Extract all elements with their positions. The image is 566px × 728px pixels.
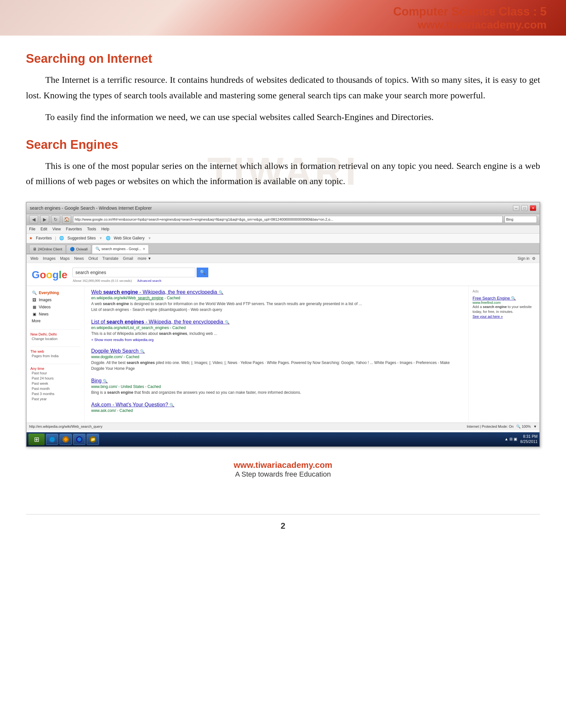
status-url: http://en.wikipedia.org/wiki/Web_search_… <box>29 425 103 428</box>
tab-search-engines[interactable]: 🔍 search engines - Googl... ✕ <box>92 245 149 254</box>
past-week[interactable]: Past week <box>30 381 81 386</box>
tab-close-icon[interactable]: ✕ <box>143 247 145 251</box>
images-icon: 🖼 <box>32 297 37 303</box>
nav-maps[interactable]: Maps <box>60 256 70 261</box>
result-count: About 162,000,000 results (0.11 seconds) <box>72 279 132 282</box>
bing-search[interactable]: Bing <box>505 216 537 223</box>
menu-tools[interactable]: Tools <box>87 227 96 231</box>
location-label[interactable]: New Delhi, Delhi <box>30 332 81 336</box>
start-button[interactable]: ⊞ <box>28 434 45 445</box>
web-section: The web Pages from India <box>30 349 81 358</box>
see-your-ad[interactable]: See your ad here » <box>472 314 536 318</box>
zoom-chevron: ▼ <box>533 425 537 428</box>
page-number: 2 <box>0 521 566 531</box>
the-web-label[interactable]: The web <box>30 349 81 353</box>
google-main: 🔍 Everything 🖼 Images ▦ Videos <box>27 286 539 423</box>
tab-24online-icon: 🖥 <box>33 247 37 251</box>
refresh-btn[interactable]: ↻ <box>51 215 60 224</box>
sidebar-news[interactable]: ▣ News <box>30 311 81 318</box>
past-24hours[interactable]: Past 24 hours <box>30 376 81 381</box>
past-hour[interactable]: Past hour <box>30 370 81 376</box>
show-more-wikipedia[interactable]: Show more results from wikipedia.org <box>91 338 462 342</box>
footer-tagline: A Step towards free Education <box>26 470 540 479</box>
sidebar-more[interactable]: More <box>30 318 81 324</box>
header: Computer Science Class : 5 www.tiwariaca… <box>0 0 566 36</box>
taskbar-browser2[interactable]: 🔵 <box>73 434 85 445</box>
google-signin[interactable]: Sign in ⚙ <box>517 256 536 261</box>
result-1-title[interactable]: Web search engine - Wikipedia, the free … <box>91 289 462 295</box>
videos-label: Videos <box>39 305 50 309</box>
forward-btn[interactable]: ▶ <box>40 215 49 224</box>
nav-news[interactable]: News <box>74 256 84 261</box>
google-search-input[interactable]: search engines <box>72 268 195 277</box>
browser-controls: – □ ✕ <box>513 205 536 211</box>
taskbar-sys: ▲ ⊞ ▣ <box>503 437 519 442</box>
menu-file[interactable]: File <box>29 227 35 231</box>
nav-orkut[interactable]: Orkut <box>88 256 98 261</box>
browser2-icon: 🔵 <box>76 436 83 443</box>
sidebar-images[interactable]: 🖼 Images <box>30 296 81 303</box>
menu-help[interactable]: Help <box>101 227 109 231</box>
web-slice[interactable]: Web Slice Gallery <box>114 236 145 240</box>
result-2-title[interactable]: List of search engines - Wikipedia, the … <box>91 319 462 325</box>
nav-gmail[interactable]: Gmail <box>123 256 133 261</box>
nav-more[interactable]: more ▼ <box>138 256 151 261</box>
menu-favorites[interactable]: Favorites <box>66 227 82 231</box>
section2-para1: This is one of the most popular series o… <box>26 158 540 189</box>
maximize-btn[interactable]: □ <box>521 205 528 211</box>
nav-translate[interactable]: Translate <box>103 256 119 261</box>
back-btn[interactable]: ◀ <box>29 215 38 224</box>
past-year[interactable]: Past year <box>30 396 81 402</box>
past-3months[interactable]: Past 3 months <box>30 391 81 396</box>
any-time-label[interactable]: Any time <box>30 367 81 370</box>
google-search-btn[interactable]: 🔍 <box>197 268 208 277</box>
webslice-icon: 🌐 <box>106 236 111 240</box>
page-footer: www.tiwariacademy.com A Step towards fre… <box>26 447 540 488</box>
result-2: List of search engines - Wikipedia, the … <box>91 319 462 342</box>
ad-1-title[interactable]: Free Search Engine 🔍 <box>472 296 536 301</box>
clock-date: 8/25/2011 <box>520 439 538 445</box>
home-btn[interactable]: 🏠 <box>62 215 71 224</box>
sidebar-videos[interactable]: ▦ Videos <box>30 303 81 311</box>
nav-images[interactable]: Images <box>43 256 55 261</box>
address-input[interactable]: http://www.google.co.in/#hl=en&source=hp… <box>73 216 503 223</box>
section1-heading: Searching on Internet <box>26 52 540 66</box>
tab-oxiwall[interactable]: 🔵 Oxiwall <box>66 245 91 254</box>
change-location[interactable]: Change location <box>30 336 81 341</box>
advanced-search-link[interactable]: Advanced search <box>137 279 161 282</box>
minimize-btn[interactable]: – <box>513 205 519 211</box>
menu-view[interactable]: View <box>52 227 61 231</box>
google-page: Web Images Maps News Orkut Translate Gma… <box>27 254 539 430</box>
everything-icon: 🔍 <box>32 290 37 295</box>
result-5: Ask.com - What's Your Question? 🔍 www.as… <box>91 402 462 413</box>
taskbar-browser1[interactable]: 🔶 <box>60 434 72 445</box>
result-3: Dogpile Web Search 🔍 www.dogpile.com/ - … <box>91 348 462 371</box>
result-3-title[interactable]: Dogpile Web Search 🔍 <box>91 348 462 354</box>
sidebar-divider3 <box>30 364 81 364</box>
past-month[interactable]: Past month <box>30 386 81 391</box>
result-5-title[interactable]: Ask.com - What's Your Question? 🔍 <box>91 402 462 408</box>
suggested-sites[interactable]: Suggested Sites <box>67 236 95 240</box>
result-4: Bing 🔍 www.bing.com/ - United States - C… <box>91 378 462 395</box>
browser-screenshot: search engines - Google Search - Windows… <box>26 202 540 447</box>
sidebar-everything[interactable]: 🔍 Everything <box>30 289 81 296</box>
more-label: More <box>32 319 40 323</box>
close-btn[interactable]: ✕ <box>530 205 536 211</box>
menu-edit[interactable]: Edit <box>40 227 47 231</box>
settings-icon[interactable]: ⚙ <box>532 256 536 261</box>
ads-label: Ads <box>472 289 536 293</box>
taskbar-folder[interactable]: 📁 <box>87 434 99 445</box>
pages-from-india[interactable]: Pages from India <box>30 353 81 358</box>
favorites-label[interactable]: Favorites <box>36 236 52 240</box>
google-ads: Ads Free Search Engine 🔍 www.freefind.co… <box>468 286 539 423</box>
favorites-star-icon: ★ <box>29 236 33 240</box>
result-4-title[interactable]: Bing 🔍 <box>91 378 462 384</box>
taskbar-ie[interactable]: 🌐 <box>46 434 58 445</box>
header-url: www.tiwariacademy.com <box>393 18 547 31</box>
tab-oxiwall-label: Oxiwall <box>76 247 87 251</box>
ie-icon: 🌐 <box>49 436 55 443</box>
nav-web[interactable]: Web <box>30 256 38 261</box>
folder-icon: 📁 <box>90 436 96 443</box>
header-text: Computer Science Class : 5 www.tiwariaca… <box>393 5 547 31</box>
tab-24online[interactable]: 🖥 24Online Client <box>29 245 66 254</box>
